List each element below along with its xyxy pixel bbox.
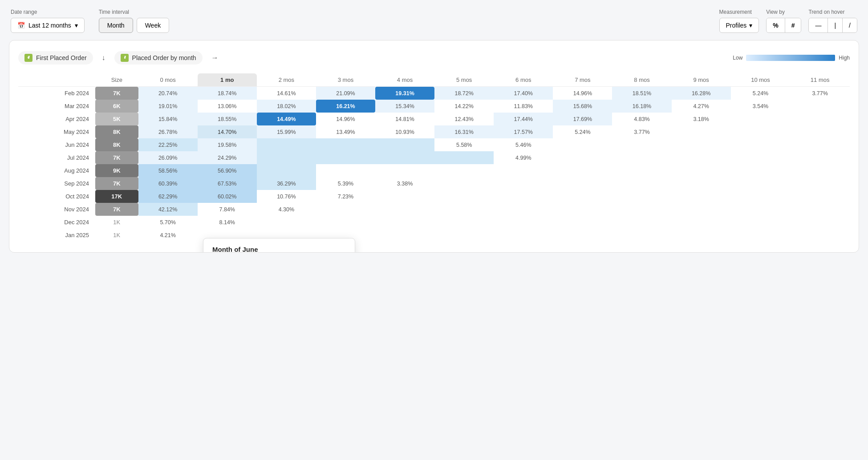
size-cell: 7K [95,87,138,100]
table-row: Jan 20251K4.21% [18,229,850,242]
data-cell: 20.74% [138,87,198,100]
percent-button[interactable]: % [767,18,785,32]
time-interval-label: Time interval [99,9,169,15]
event2-badge: Placed Order by month [114,51,203,65]
data-cell [612,216,671,229]
data-cell [612,190,671,203]
data-cell: 7.23% [316,190,375,203]
data-cell: 3.38% [375,177,434,190]
table-row: Jul 20247K26.09%24.29%4.99% [18,151,850,164]
data-cell: 4.30% [257,203,316,216]
data-cell [375,229,434,242]
event1-badge: First Placed Order [18,51,93,65]
data-cell [316,151,375,164]
data-cell [316,138,375,151]
row-label: Aug 2024 [18,164,95,177]
tooltip-title: Month of June [212,246,346,253]
data-cell: 18.74% [198,87,257,100]
time-interval-group: Time interval Month Week [99,9,169,33]
data-cell [257,138,316,151]
trend-slash-button[interactable]: / [843,18,857,32]
data-cell: 26.09% [138,151,198,164]
chevron-down-icon: ▾ [75,22,78,29]
date-range-button[interactable]: 📅 Last 12 months ▾ [11,18,85,33]
data-cell [612,164,671,177]
hash-button[interactable]: # [785,18,801,32]
data-cell: 62.29% [138,190,198,203]
data-cell [612,203,671,216]
data-cell: 3.77% [612,125,671,138]
data-cell [672,229,731,242]
data-cell [494,229,553,242]
data-cell [672,164,731,177]
data-cell [257,229,316,242]
size-cell: 8K [95,138,138,151]
trend-label: Trend on hover [808,9,857,15]
data-cell [257,216,316,229]
data-cell: 5.24% [731,87,791,100]
data-cell: 13.49% [316,125,375,138]
data-cell [731,138,791,151]
col-8mos: 8 mos [612,73,671,87]
trend-minus-button[interactable]: — [809,18,828,32]
data-cell [790,113,850,125]
data-cell: 15.84% [138,113,198,125]
data-cell [612,229,671,242]
data-cell: 15.99% [257,125,316,138]
card-header: First Placed Order ↓ Placed Order by mon… [18,51,850,65]
table-header-row: Size 0 mos 1 mo 2 mos 3 mos 4 mos 5 mos … [18,73,850,87]
data-cell [434,164,494,177]
data-cell [731,177,791,190]
down-arrow-icon: ↓ [102,54,105,62]
trend-pipe-button[interactable]: | [828,18,843,32]
data-cell [375,190,434,203]
data-cell: 5.58% [434,138,494,151]
week-button[interactable]: Week [137,18,170,33]
data-cell [494,177,553,190]
data-cell: 17.40% [494,87,553,100]
legend-low-label: Low [733,55,742,61]
measurement-label: Measurement [719,9,759,15]
data-cell: 10.93% [375,125,434,138]
profiles-label: Profiles [726,22,747,29]
data-cell [375,203,434,216]
data-cell: 3.77% [790,87,850,100]
data-cell: 10.76% [257,190,316,203]
data-cell [790,216,850,229]
data-cell: 16.31% [434,125,494,138]
data-cell: 14.61% [257,87,316,100]
view-by-label: View by [766,9,801,15]
data-cell: 3.54% [731,100,791,113]
legend-bar [746,55,835,61]
data-cell: 3.18% [672,113,731,125]
data-cell [612,151,671,164]
data-cell: 19.31% [375,87,434,100]
data-cell [553,203,612,216]
col-4mos: 4 mos [375,73,434,87]
row-label: Apr 2024 [18,113,95,125]
month-button[interactable]: Month [99,18,133,33]
data-cell: 14.49% [257,113,316,125]
profiles-dropdown[interactable]: Profiles ▾ [719,18,759,33]
right-arrow-icon: → [211,54,219,62]
data-cell [257,164,316,177]
data-cell [731,216,791,229]
data-cell: 4.99% [494,151,553,164]
data-cell [375,138,434,151]
row-label: Dec 2024 [18,216,95,229]
data-cell: 21.09% [316,87,375,100]
shopify-icon-1 [24,54,32,62]
view-by-buttons: % # [766,18,801,33]
header-left: First Placed Order ↓ Placed Order by mon… [18,51,219,65]
measurement-group: Measurement Profiles ▾ [719,9,759,33]
size-cell: 1K [95,216,138,229]
main-card: First Placed Order ↓ Placed Order by mon… [9,40,859,253]
data-cell: 14.81% [375,113,434,125]
table-row: Aug 20249K58.56%56.90% [18,164,850,177]
chevron-down-icon: ▾ [749,22,752,29]
data-cell: 56.90% [198,164,257,177]
row-label: Feb 2024 [18,87,95,100]
date-range-value: Last 12 months [28,22,71,29]
table-row: Dec 20241K5.70%8.14% [18,216,850,229]
data-cell [434,151,494,164]
